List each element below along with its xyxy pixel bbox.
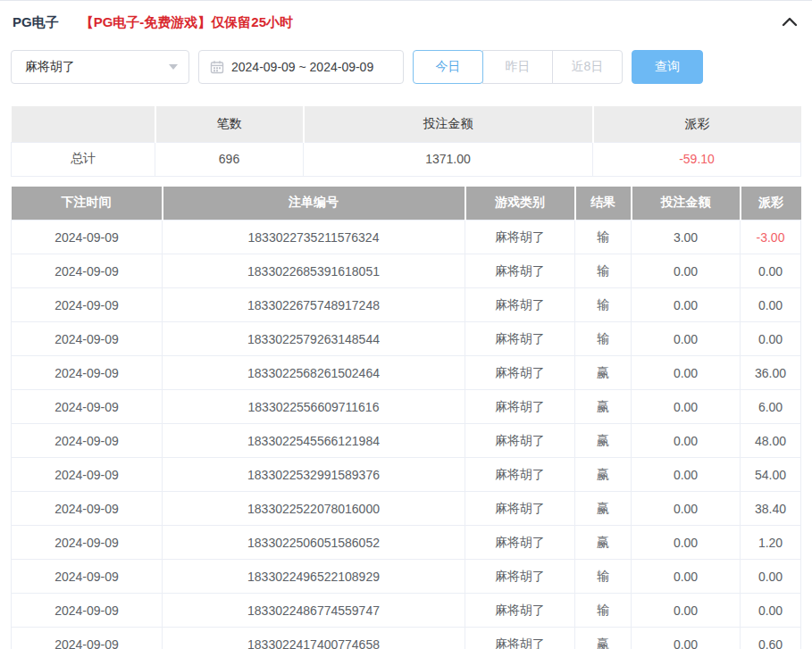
cell-game-type: 麻将胡了 [465,424,575,458]
cell-payout: 38.40 [741,492,801,526]
cell-game-type: 麻将胡了 [465,288,575,322]
cell-bet-time: 2024-09-09 [12,390,163,424]
date-range-input[interactable]: 2024-09-09 ~ 2024-09-09 [198,50,404,84]
quick-filter-group: 今日 昨日 近8日 [413,50,623,84]
cell-bet-time: 2024-09-09 [12,594,163,628]
cell-bet-time: 2024-09-09 [12,220,163,254]
cell-bet-id: 1833022675748917248 [163,288,465,322]
cell-bet-amount: 0.00 [632,322,741,356]
cell-game-type: 麻将胡了 [465,220,575,254]
col-header-bet-time: 下注时间 [12,187,163,220]
cell-result: 赢 [575,526,632,560]
summary-header-payout: 派彩 [593,106,801,142]
cell-result: 输 [575,594,632,628]
col-header-bet-id: 注单编号 [163,187,465,220]
cell-bet-time: 2024-09-09 [12,560,163,594]
cell-bet-amount: 0.00 [632,526,741,560]
cell-game-type: 麻将胡了 [465,526,575,560]
date-range-value: 2024-09-09 ~ 2024-09-09 [231,60,373,74]
table-row: 2024-09-091833022735211576324麻将胡了输3.00-3… [12,220,801,254]
summary-total-row: 总计 696 1371.00 -59.10 [12,142,801,176]
cell-bet-id: 1833022532991589376 [163,458,465,492]
cell-bet-id: 1833022417400774658 [163,628,465,649]
table-row: 2024-09-091833022532991589376麻将胡了赢0.0054… [12,458,801,492]
summary-header-row: 笔数 投注金额 派彩 [12,106,801,142]
notice-text: 【PG电子-免费游戏】仅保留25小时 [80,14,293,31]
cell-payout: -3.00 [741,220,801,254]
quick-filter-yesterday[interactable]: 昨日 [482,50,553,84]
cell-payout: 48.00 [741,424,801,458]
cell-payout: 0.60 [741,628,801,649]
summary-header-empty [12,106,155,142]
cell-result: 赢 [575,356,632,390]
cell-game-type: 麻将胡了 [465,628,575,649]
cell-result: 输 [575,254,632,288]
table-row: 2024-09-091833022545566121984麻将胡了赢0.0048… [12,424,801,458]
cell-bet-id: 1833022486774559747 [163,594,465,628]
cell-bet-amount: 0.00 [632,628,741,649]
cell-bet-time: 2024-09-09 [12,424,163,458]
cell-bet-time: 2024-09-09 [12,628,163,649]
table-row: 2024-09-091833022685391618051麻将胡了输0.000.… [12,254,801,288]
cell-payout: 0.00 [741,288,801,322]
records-header-row: 下注时间 注单编号 游戏类别 结果 投注金额 派彩 [12,187,801,220]
summary-total-label: 总计 [12,142,155,176]
game-select[interactable]: 麻将胡了 [11,50,189,84]
summary-header-bet-amount: 投注金额 [304,106,593,142]
cell-bet-amount: 0.00 [632,254,741,288]
cell-bet-id: 1833022545566121984 [163,424,465,458]
cell-bet-id: 1833022496522108929 [163,560,465,594]
cell-game-type: 麻将胡了 [465,356,575,390]
cell-game-type: 麻将胡了 [465,322,575,356]
cell-bet-id: 1833022735211576324 [163,220,465,254]
cell-bet-amount: 0.00 [632,560,741,594]
cell-result: 赢 [575,424,632,458]
table-row: 2024-09-091833022417400774658麻将胡了赢0.000.… [12,628,801,649]
cell-result: 输 [575,220,632,254]
caret-down-icon [169,64,178,70]
quick-filter-last8days[interactable]: 近8日 [552,50,623,84]
cell-bet-id: 1833022685391618051 [163,254,465,288]
chevron-up-icon [782,16,798,29]
collapse-button[interactable] [782,16,798,29]
cell-result: 赢 [575,390,632,424]
cell-game-type: 麻将胡了 [465,254,575,288]
cell-bet-amount: 0.00 [632,356,741,390]
records-tbody: 2024-09-091833022735211576324麻将胡了输3.00-3… [12,220,801,649]
calendar-icon [210,60,224,74]
cell-result: 赢 [575,458,632,492]
cell-payout: 0.00 [741,254,801,288]
cell-payout: 0.00 [741,322,801,356]
cell-game-type: 麻将胡了 [465,594,575,628]
cell-bet-id: 1833022522078016000 [163,492,465,526]
cell-game-type: 麻将胡了 [465,390,575,424]
summary-payout: -59.10 [593,142,801,176]
panel-header: PG电子 【PG电子-免费游戏】仅保留25小时 [0,1,812,31]
col-header-bet-amount: 投注金额 [632,187,741,220]
page-title: PG电子 [13,14,59,31]
table-row: 2024-09-091833022522078016000麻将胡了赢0.0038… [12,492,801,526]
cell-bet-amount: 0.00 [632,492,741,526]
cell-bet-time: 2024-09-09 [12,288,163,322]
cell-result: 输 [575,288,632,322]
cell-bet-time: 2024-09-09 [12,322,163,356]
table-row: 2024-09-091833022579263148544麻将胡了输0.000.… [12,322,801,356]
cell-bet-id: 1833022579263148544 [163,322,465,356]
cell-bet-id: 1833022568261502464 [163,356,465,390]
cell-bet-time: 2024-09-09 [12,492,163,526]
cell-bet-time: 2024-09-09 [12,458,163,492]
cell-game-type: 麻将胡了 [465,560,575,594]
search-button[interactable]: 查询 [632,50,703,84]
cell-game-type: 麻将胡了 [465,458,575,492]
summary-header-count: 笔数 [155,106,304,142]
cell-result: 赢 [575,492,632,526]
quick-filter-today[interactable]: 今日 [413,50,483,84]
cell-bet-id: 1833022506051586052 [163,526,465,560]
cell-payout: 36.00 [741,356,801,390]
cell-game-type: 麻将胡了 [465,492,575,526]
table-row: 2024-09-091833022506051586052麻将胡了赢0.001.… [12,526,801,560]
game-select-value: 麻将胡了 [25,59,75,75]
cell-result: 输 [575,322,632,356]
cell-payout: 54.00 [741,458,801,492]
cell-payout: 6.00 [741,390,801,424]
